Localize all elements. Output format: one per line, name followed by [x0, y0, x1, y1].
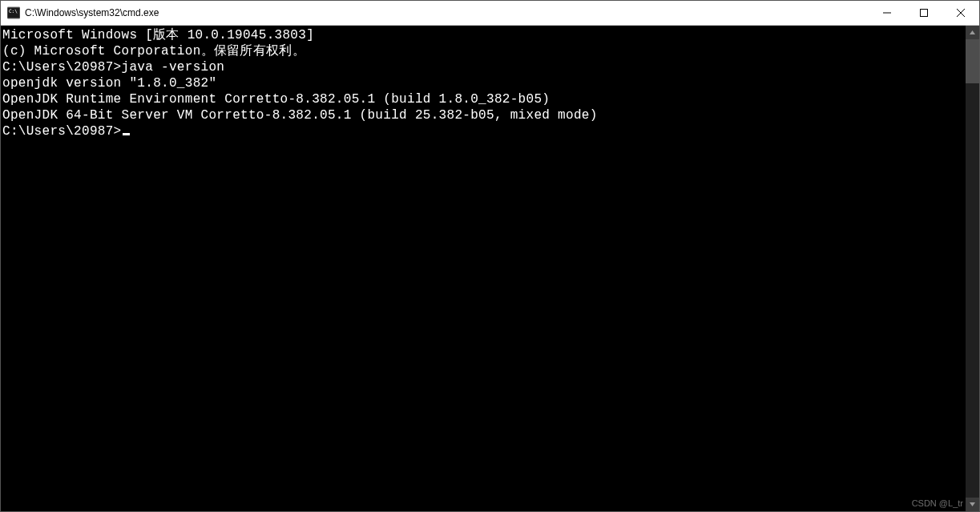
scroll-up-arrow-icon[interactable] [966, 26, 979, 39]
maximize-button[interactable] [905, 1, 942, 25]
window-title: C:\Windows\system32\cmd.exe [25, 7, 159, 18]
svg-marker-6 [970, 30, 975, 34]
close-button[interactable] [942, 1, 979, 25]
terminal-line: C:\Users\20987> [2, 123, 966, 139]
svg-text:C:\: C:\ [9, 8, 18, 14]
vertical-scrollbar[interactable] [966, 26, 979, 511]
svg-marker-7 [970, 502, 975, 506]
terminal-output[interactable]: Microsoft Windows [版本 10.0.19045.3803](c… [1, 26, 966, 511]
scroll-track[interactable] [966, 39, 979, 498]
svg-rect-3 [921, 10, 928, 17]
terminal-line: (c) Microsoft Corporation。保留所有权利。 [2, 43, 966, 59]
window-frame: C:\ C:\Windows\system32\cmd.exe Microsof… [0, 0, 980, 512]
terminal-cursor [123, 133, 130, 135]
window-controls [869, 1, 979, 25]
terminal-line: openjdk version "1.8.0_382" [2, 75, 966, 91]
scroll-down-arrow-icon[interactable] [966, 498, 979, 511]
scroll-thumb[interactable] [966, 39, 979, 83]
minimize-button[interactable] [869, 1, 905, 25]
client-area: Microsoft Windows [版本 10.0.19045.3803](c… [1, 26, 979, 511]
titlebar[interactable]: C:\ C:\Windows\system32\cmd.exe [1, 1, 979, 26]
terminal-line: Microsoft Windows [版本 10.0.19045.3803] [2, 27, 966, 43]
terminal-line: C:\Users\20987>java -version [2, 59, 966, 75]
terminal-line: OpenJDK Runtime Environment Corretto-8.3… [2, 91, 966, 107]
terminal-line: OpenJDK 64-Bit Server VM Corretto-8.382.… [2, 107, 966, 123]
cmd-app-icon: C:\ [7, 6, 20, 19]
